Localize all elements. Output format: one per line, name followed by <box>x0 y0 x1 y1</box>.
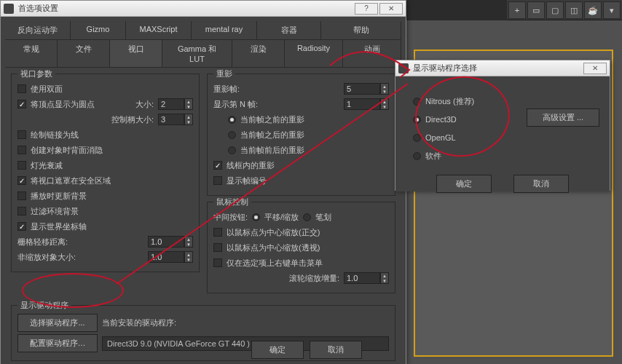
advanced-button[interactable]: 高级设置 ... <box>527 108 599 127</box>
radio[interactable] <box>228 116 236 124</box>
checkbox[interactable] <box>213 243 222 252</box>
tab[interactable]: 文件 <box>58 39 110 67</box>
checkbox[interactable] <box>213 161 222 170</box>
radio-direct3d[interactable] <box>413 116 421 124</box>
dialog-buttons: 确定 取消 <box>1 341 406 359</box>
label: 将顶点显示为圆点 <box>31 99 131 110</box>
toolbar-button[interactable]: ◫ <box>565 1 583 19</box>
radio-nitrous[interactable] <box>413 98 421 106</box>
group-label: 显示驱动程序 <box>17 300 71 311</box>
checkbox[interactable] <box>17 146 26 154</box>
spinner-arrows[interactable]: ▲▼ <box>184 251 193 263</box>
tab-content: 视口参数 使用双面 将顶点显示为圆点大小:▲▼ 控制柄大小:▲▼ 绘制链接为线 … <box>5 68 401 305</box>
tab[interactable]: 容器 <box>257 21 321 39</box>
ok-button[interactable]: 确定 <box>436 175 492 193</box>
spinner-arrows[interactable]: ▲▼ <box>184 114 193 125</box>
tab[interactable]: 常规 <box>5 39 58 67</box>
label: 当前安装的驱动程序: <box>102 317 176 328</box>
checkbox[interactable] <box>17 84 26 93</box>
radio-software[interactable] <box>413 152 421 160</box>
label: 栅格轻移距离: <box>17 237 143 248</box>
label: 重影帧: <box>213 84 339 95</box>
close-button[interactable]: ✕ <box>583 63 607 74</box>
spinner[interactable]: ▲▼ <box>148 236 193 248</box>
checkbox[interactable] <box>17 161 26 170</box>
label: 以鼠标点为中心缩放(正交) <box>227 227 320 238</box>
radio-opengl[interactable] <box>413 134 421 142</box>
label: 将视口遮罩在安全区域 <box>31 175 193 186</box>
checkbox[interactable] <box>17 191 26 200</box>
toolbar-button[interactable]: ▢ <box>546 1 564 19</box>
toolbar-button[interactable]: ☕ <box>584 1 602 19</box>
tab[interactable]: Gizmo <box>71 21 126 39</box>
cancel-button[interactable]: 取消 <box>310 341 362 359</box>
checkbox[interactable] <box>17 100 26 108</box>
spinner-arrows[interactable]: ▲▼ <box>380 98 389 110</box>
choose-driver-button[interactable]: 选择驱动程序... <box>17 314 98 332</box>
spinner[interactable]: ▲▼ <box>158 114 193 125</box>
tab[interactable]: 动画 <box>343 39 401 67</box>
driver-options: Nitrous (推荐) Direct3D OpenGL 软件 <box>406 87 521 170</box>
spinner[interactable]: ▲▼ <box>148 251 193 263</box>
toolbar-button[interactable]: ▾ <box>603 1 621 19</box>
spinner-input[interactable] <box>148 251 184 263</box>
label: 显示第 N 帧: <box>213 99 339 110</box>
ok-button[interactable]: 确定 <box>251 341 304 359</box>
group-label: 鼠标控制 <box>213 197 251 207</box>
close-button[interactable]: ✕ <box>379 3 403 15</box>
tab[interactable]: Gamma 和 LUT <box>162 39 232 67</box>
checkbox[interactable] <box>17 176 26 185</box>
tab[interactable]: mental ray <box>192 21 257 39</box>
main-toolbar: + ▭ ▢ ◫ ☕ ▾ <box>507 0 622 20</box>
spinner-input[interactable] <box>344 272 380 284</box>
spinner[interactable]: ▲▼ <box>344 83 389 95</box>
checkbox[interactable] <box>17 207 26 215</box>
radio[interactable] <box>303 213 311 221</box>
tab[interactable]: Radiosity <box>285 39 343 67</box>
spinner-input[interactable] <box>344 83 380 95</box>
label: 滚轮缩放增量: <box>289 273 339 284</box>
spinner[interactable]: ▲▼ <box>344 98 389 110</box>
tab[interactable]: 帮助 <box>321 21 401 39</box>
spinner-arrows[interactable]: ▲▼ <box>184 98 193 110</box>
titlebar[interactable]: 首选项设置 ? ✕ <box>1 1 406 17</box>
label: 播放时更新背景 <box>31 191 193 202</box>
label: 大小: <box>135 99 154 110</box>
label: 显示世界坐标轴 <box>31 221 193 232</box>
titlebar[interactable]: 显示驱动程序选择 ✕ <box>395 60 610 76</box>
spinner-input[interactable] <box>158 98 184 110</box>
checkbox[interactable] <box>213 176 222 185</box>
tab[interactable]: MAXScript <box>126 21 192 39</box>
radio[interactable] <box>252 213 260 221</box>
tab[interactable]: 渲染 <box>232 39 285 67</box>
radio[interactable] <box>228 131 236 139</box>
toolbar-button[interactable]: ▭ <box>527 1 545 19</box>
radio[interactable] <box>228 146 236 154</box>
label: 平移/缩放 <box>264 212 299 223</box>
tab[interactable]: 反向运动学 <box>5 21 71 39</box>
spinner[interactable]: ▲▼ <box>344 272 389 284</box>
spinner-input[interactable] <box>344 98 380 110</box>
spinner-arrows[interactable]: ▲▼ <box>184 236 193 248</box>
help-button[interactable]: ? <box>355 3 378 15</box>
label: 当前帧之后的重影 <box>240 130 304 141</box>
dialog-body: Nitrous (推荐) Direct3D OpenGL 软件 高级设置 ...… <box>395 76 610 191</box>
spinner-input[interactable] <box>148 236 184 248</box>
checkbox[interactable] <box>213 228 222 237</box>
app-icon <box>398 63 409 74</box>
cancel-button[interactable]: 取消 <box>513 175 569 193</box>
tab-bar: 反向运动学 Gizmo MAXScript mental ray 容器 帮助 常… <box>5 21 401 68</box>
toolbar-button[interactable]: + <box>508 1 526 19</box>
driver-dialog: 显示驱动程序选择 ✕ Nitrous (推荐) Direct3D OpenGL … <box>395 60 610 191</box>
label: Direct3D <box>425 115 457 124</box>
checkbox[interactable] <box>17 130 26 139</box>
spinner-arrows[interactable]: ▲▼ <box>380 272 389 284</box>
mouse-group: 鼠标控制 中间按钮:平移/缩放笔划 以鼠标点为中心缩放(正交) 以鼠标点为中心缩… <box>207 202 395 293</box>
spinner-arrows[interactable]: ▲▼ <box>380 83 389 95</box>
checkbox[interactable] <box>17 222 26 231</box>
spinner[interactable]: ▲▼ <box>158 98 193 110</box>
checkbox[interactable] <box>213 258 222 267</box>
spinner-input[interactable] <box>158 114 184 125</box>
tab-active[interactable]: 视口 <box>110 39 162 67</box>
label: 非缩放对象大小: <box>17 252 143 263</box>
